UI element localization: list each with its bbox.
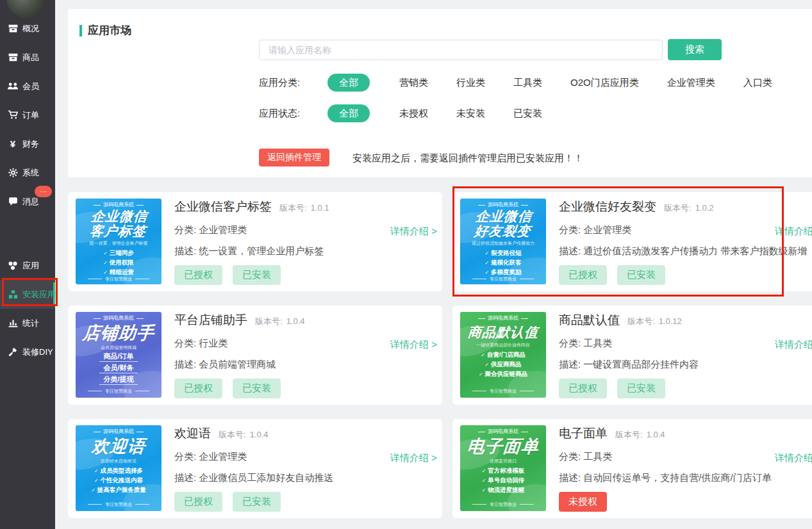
detail-link[interactable]: 详情介绍 >: [390, 225, 437, 238]
app-image-bullet: 会员/财务: [99, 364, 137, 373]
sidebar-item-install-app[interactable]: 安装应用: [0, 280, 55, 309]
app-image-title: 店铺助手: [82, 324, 156, 343]
app-image-subtitle: 使用直营接口: [490, 458, 517, 464]
version-value: 1.0.4: [647, 430, 665, 439]
filter-option[interactable]: 企业管理类: [667, 77, 715, 89]
users-icon: [7, 81, 19, 92]
sidebar-item-members[interactable]: 会员: [0, 72, 55, 101]
app-card: 源码电商系统商品默认值一键设置商品部分挂件内容✓自营/门店商品✓供应商商品✓聚合…: [452, 305, 812, 405]
app-image-footer: 专注智慧商业: [472, 276, 534, 282]
back-to-plugin-button[interactable]: 返回插件管理: [259, 149, 329, 167]
app-image-bullet: ✓精细运营: [103, 268, 134, 276]
detail-link[interactable]: 详情介绍 >: [390, 339, 437, 351]
app-image-bullet: ✓自营/门店商品: [481, 351, 525, 359]
status-tag[interactable]: 已授权: [559, 265, 607, 285]
sidebar-item-overview[interactable]: 概况: [0, 14, 55, 43]
version-value: 1.0.2: [695, 203, 714, 213]
app-image-bullet: ✓提高客户服务质量: [91, 486, 146, 494]
page-title: 应用市场: [79, 23, 131, 38]
app-image: 源码电商系统企业微信客户标签统一设置，管理企业客户标签✓三端同步✓使用权限✓精细…: [76, 199, 162, 284]
filter-option[interactable]: 已安装: [513, 108, 542, 120]
app-category: 分类: 企业管理类: [559, 224, 812, 236]
app-card-body: 商品默认值版本号:1.0.12分类: 工具类描述: 一键设置商品部分挂件内容已授…: [559, 312, 812, 398]
app-image-bullet: ✓使用权限: [103, 259, 134, 266]
cart-icon: [7, 110, 19, 121]
sidebar-item-label: 应用: [22, 260, 39, 272]
sidebar-item-decorate-diy[interactable]: 装修DIY: [0, 338, 55, 366]
sidebar-menu: 概况商品会员订单¥财务系统消息...应用安装应用统计装修DIY: [0, 14, 55, 366]
status-tag[interactable]: 已授权: [559, 378, 607, 398]
page-title-text: 应用市场: [88, 23, 131, 38]
filter-option[interactable]: 入口类: [743, 77, 772, 89]
search-input[interactable]: [259, 40, 663, 60]
app-card: 源码电商系统企业微信客户标签统一设置，管理企业客户标签✓三端同步✓使用权限✓精细…: [68, 192, 442, 291]
sidebar-item-label: 系统: [22, 167, 39, 179]
filter-option[interactable]: 行业类: [456, 77, 485, 89]
app-name: 平台店铺助手: [174, 312, 247, 329]
app-image: 源码电商系统电子面单使用直营接口✓官方标准模板✓单号自动回传✓物流进度提醒专注智…: [460, 425, 546, 511]
notice-text: 安装应用之后，需要返回插件管理启用已安装应用！！: [352, 152, 583, 165]
sidebar-item-finance[interactable]: ¥财务: [0, 129, 55, 158]
sidebar-item-label: 订单: [22, 110, 39, 121]
status-tag[interactable]: 已安装: [233, 378, 281, 398]
app-image-footer: 专注智慧商业: [88, 501, 149, 507]
app-image-bullets: 商品/订单会员/财务分类/提现: [99, 353, 137, 385]
detail-link[interactable]: 详情介绍 >: [390, 452, 437, 464]
filter-option-selected[interactable]: 全部: [327, 104, 370, 122]
app-card: 源码电商系统企业微信好友裂变通过价值活动激发客户传播动力✓裂变路径短✓规模化获客…: [452, 192, 812, 291]
sidebar-item-orders[interactable]: 订单: [0, 101, 55, 129]
app-card-body: 企业微信客户标签版本号:1.0.1分类: 企业管理类描述: 统一设置，管理企业用…: [174, 199, 435, 285]
app-image-subtitle: 添加好友自动推送: [101, 458, 137, 464]
status-tag[interactable]: 已安装: [233, 492, 281, 512]
filter-option[interactable]: 工具类: [513, 77, 542, 89]
app-image-bullet: ✓单号自动回传: [482, 476, 525, 484]
sidebar-item-system[interactable]: 系统: [0, 158, 55, 187]
app-status-tags: 已授权已安装: [174, 265, 435, 285]
version-label: 版本号:: [255, 316, 283, 327]
app-status-tags: 已授权已安装: [559, 265, 812, 285]
app-market-panel: 应用市场 搜索 应用分类:全部营销类行业类工具类O2O门店应用类企业管理类入口类…: [68, 9, 812, 177]
version-value: 1.0.1: [311, 203, 329, 213]
status-tag[interactable]: 已安装: [617, 378, 665, 398]
app-category: 分类: 工具类: [559, 338, 812, 350]
sidebar-item-messages[interactable]: 消息...: [0, 187, 55, 216]
detail-link[interactable]: 详情介绍 >: [775, 339, 812, 351]
app-card: 源码电商系统欢迎语添加好友自动推送✓成员类型选择多✓个性化推送内容✓提高客户服务…: [68, 419, 442, 518]
sidebar-item-stats[interactable]: 统计: [0, 309, 55, 338]
status-tag[interactable]: 已授权: [174, 265, 222, 285]
app-description: 描述: 企业微信员工添加好友自动推送: [174, 472, 435, 484]
sidebar-item-apps[interactable]: 应用: [0, 251, 55, 280]
app-name: 欢迎语: [174, 425, 211, 442]
filter-option[interactable]: 未授权: [399, 108, 428, 120]
status-tag[interactable]: 已安装: [617, 265, 665, 285]
app-image-bullets: ✓官方标准模板✓单号自动回传✓物流进度提醒: [482, 467, 525, 494]
app-image: 源码电商系统商品默认值一键设置商品部分挂件内容✓自营/门店商品✓供应商商品✓聚合…: [460, 312, 546, 398]
yen-icon: ¥: [7, 138, 19, 150]
filter-option[interactable]: 营销类: [399, 77, 428, 89]
unauthorized-tag[interactable]: 未授权: [559, 492, 607, 512]
filter-option-selected[interactable]: 全部: [327, 74, 370, 92]
filter-option[interactable]: 未安装: [456, 108, 485, 120]
app-status-tags: 已授权已安装: [174, 378, 435, 398]
app-image-banner: 源码电商系统: [478, 202, 528, 208]
sidebar: 概况商品会员订单¥财务系统消息...应用安装应用统计装修DIY: [0, 0, 55, 529]
app-image-banner: 源码电商系统: [94, 202, 144, 208]
app-image-title: 商品默认值: [467, 325, 539, 340]
detail-link[interactable]: 详情介绍 >: [775, 225, 812, 238]
status-tag[interactable]: 已授权: [174, 492, 222, 512]
version-label: 版本号:: [615, 429, 643, 441]
status-tag[interactable]: 已安装: [233, 265, 281, 285]
detail-link[interactable]: 详情介绍 >: [775, 452, 812, 464]
search-button[interactable]: 搜索: [668, 39, 722, 60]
app-image: 源码电商系统企业微信好友裂变通过价值活动激发客户传播动力✓裂变路径短✓规模化获客…: [460, 199, 546, 284]
app-image-banner: 源码电商系统: [478, 315, 528, 321]
filter-option[interactable]: O2O门店应用类: [570, 77, 639, 89]
sidebar-item-goods[interactable]: 商品: [0, 43, 55, 72]
filter-label: 应用状态:: [259, 108, 327, 120]
message-count-badge: ...: [35, 186, 52, 197]
gear-icon: [7, 167, 19, 179]
app-status-tags: 已授权已安装: [559, 378, 812, 398]
app-image-banner: 源码电商系统: [478, 428, 528, 435]
app-image-footer: 专注智慧商业: [88, 388, 149, 394]
status-tag[interactable]: 已授权: [174, 378, 222, 398]
